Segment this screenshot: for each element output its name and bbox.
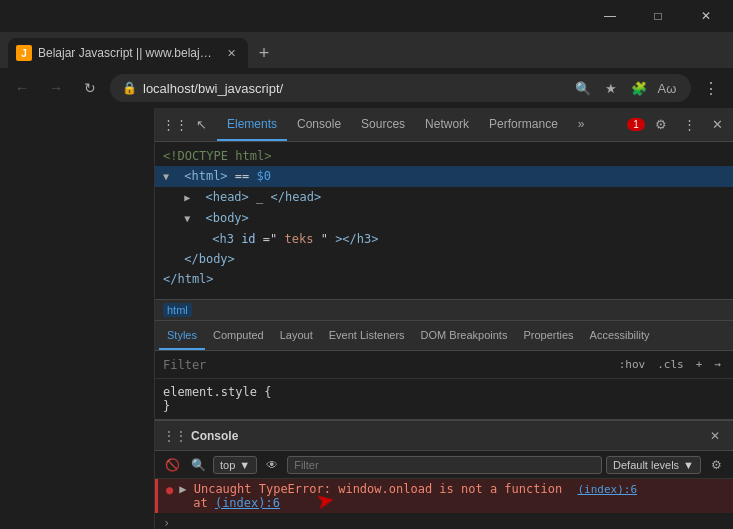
body-line[interactable]: ▼ <body>: [155, 208, 733, 229]
cls-button[interactable]: .cls: [653, 357, 688, 372]
prompt-arrow: ›: [163, 516, 170, 529]
close-html-line[interactable]: </html>: [155, 269, 733, 289]
devtools-header-right: 1 ⚙ ⋮ ✕: [627, 113, 733, 137]
url-bar[interactable]: 🔒 localhost/bwi_javascript/ 🔍 ★ 🧩 Aω: [110, 74, 691, 102]
url-actions: 🔍 ★ 🧩 Aω: [571, 76, 679, 100]
console-close-button[interactable]: ✕: [705, 426, 725, 446]
devtools-tabs: Elements Console Sources Network Perform…: [217, 108, 627, 141]
tab-performance[interactable]: Performance: [479, 108, 568, 141]
hov-button[interactable]: :hov: [615, 357, 650, 372]
console-level-select[interactable]: Default levels ▼: [606, 456, 701, 474]
console-title: Console: [191, 429, 701, 443]
page-content: [0, 108, 155, 529]
breadcrumb-html[interactable]: html: [163, 303, 192, 317]
devtools-close-icon[interactable]: ✕: [705, 113, 729, 137]
browser-menu-button[interactable]: ⋮: [697, 74, 725, 102]
extension-icon[interactable]: 🧩: [627, 76, 651, 100]
devtools-cursor-icon[interactable]: ↖: [189, 113, 213, 137]
close-body-line[interactable]: </body>: [155, 249, 733, 269]
error-sub-line: at (index):6: [193, 496, 637, 510]
error-content: ▶ Uncaught TypeError: window.onload is n…: [179, 482, 637, 510]
bookmark-icon[interactable]: ★: [599, 76, 623, 100]
devtools-header-left: ⋮⋮ ↖: [159, 113, 217, 137]
console-filter-icon[interactable]: 🔍: [187, 454, 209, 476]
add-style-button[interactable]: +: [692, 357, 707, 372]
error-badge: 1: [627, 118, 645, 131]
console-drag-icon[interactable]: ⋮⋮: [163, 429, 187, 443]
console-context-selector[interactable]: top ▼: [213, 456, 257, 474]
elements-dom-tree: <!DOCTYPE html> ▼ <html> == $0 ▶ <head> …: [155, 142, 733, 299]
back-button[interactable]: ←: [8, 74, 36, 102]
url-text: localhost/bwi_javascript/: [143, 81, 565, 96]
translate-icon[interactable]: Aω: [655, 76, 679, 100]
new-tab-button[interactable]: +: [248, 38, 280, 68]
devtools-more-icon[interactable]: ⋮: [677, 113, 701, 137]
title-bar-controls: — □ ✕: [587, 0, 729, 32]
css-line-2: }: [163, 399, 725, 413]
filter-bar: :hov .cls + →: [155, 351, 733, 379]
css-content: element.style { }: [155, 379, 733, 419]
devtools-header: ⋮⋮ ↖ Elements Console Sources Network Pe…: [155, 108, 733, 142]
favicon: J: [16, 45, 32, 61]
tab-elements[interactable]: Elements: [217, 108, 287, 141]
error-location-link[interactable]: (index):6: [577, 483, 637, 496]
tab-console[interactable]: Console: [287, 108, 351, 141]
title-bar: — □ ✕: [0, 0, 733, 32]
tab-dom-breakpoints[interactable]: DOM Breakpoints: [413, 321, 516, 350]
tab-computed[interactable]: Computed: [205, 321, 272, 350]
console-toolbar: 🚫 🔍 top ▼ 👁 Default levels ▼ ⚙: [155, 451, 733, 479]
console-filter-input[interactable]: [287, 456, 602, 474]
error-main-line: ▶ Uncaught TypeError: window.onload is n…: [179, 482, 637, 496]
console-header: ⋮⋮ Console ✕: [155, 421, 733, 451]
browser-tab[interactable]: J Belajar Javascript || www.belajarw... …: [8, 38, 248, 68]
console-messages: ● ▶ Uncaught TypeError: window.onload is…: [155, 479, 733, 529]
tab-bar: J Belajar Javascript || www.belajarw... …: [0, 32, 733, 68]
styles-filter-input[interactable]: [163, 358, 611, 372]
console-clear-button[interactable]: 🚫: [161, 454, 183, 476]
tab-close-button[interactable]: ✕: [222, 44, 240, 62]
tab-network[interactable]: Network: [415, 108, 479, 141]
tab-more[interactable]: »: [568, 108, 595, 141]
devtools-panel-icon[interactable]: ⋮⋮: [163, 113, 187, 137]
filter-actions: :hov .cls + →: [615, 357, 725, 372]
tab-accessibility[interactable]: Accessibility: [582, 321, 658, 350]
devtools-settings-icon[interactable]: ⚙: [649, 113, 673, 137]
doctype-text: <!DOCTYPE html>: [163, 149, 271, 163]
tab-event-listeners[interactable]: Event Listeners: [321, 321, 413, 350]
console-settings-icon[interactable]: ⚙: [705, 454, 727, 476]
forward-button[interactable]: →: [42, 74, 70, 102]
console-section: ⋮⋮ Console ✕ 🚫 🔍 top ▼ 👁 Default levels: [155, 419, 733, 529]
error-link[interactable]: (index):6: [215, 496, 280, 510]
minimize-button[interactable]: —: [587, 0, 633, 32]
refresh-button[interactable]: ↻: [76, 74, 104, 102]
head-line[interactable]: ▶ <head> _ </head>: [155, 187, 733, 208]
error-sub-text: at: [193, 496, 215, 510]
lock-icon: 🔒: [122, 81, 137, 95]
search-icon[interactable]: 🔍: [571, 76, 595, 100]
devtools-body: <!DOCTYPE html> ▼ <html> == $0 ▶ <head> …: [155, 142, 733, 529]
doctype-line: <!DOCTYPE html>: [155, 146, 733, 166]
tab-layout[interactable]: Layout: [272, 321, 321, 350]
main-area: ⋮⋮ ↖ Elements Console Sources Network Pe…: [0, 108, 733, 529]
devtools-panel: ⋮⋮ ↖ Elements Console Sources Network Pe…: [155, 108, 733, 529]
address-bar: ← → ↻ 🔒 localhost/bwi_javascript/ 🔍 ★ 🧩 …: [0, 68, 733, 108]
h3-line[interactable]: <h3 id =" teks " ></h3>: [155, 229, 733, 249]
html-line[interactable]: ▼ <html> == $0: [155, 166, 733, 187]
styles-tabs: Styles Computed Layout Event Listeners D…: [155, 321, 733, 351]
console-error-message: ● ▶ Uncaught TypeError: window.onload is…: [155, 479, 733, 513]
tab-properties[interactable]: Properties: [515, 321, 581, 350]
breadcrumb-bar: html: [155, 299, 733, 321]
maximize-button[interactable]: □: [635, 0, 681, 32]
expand-arrow: ▼: [163, 168, 177, 186]
close-button[interactable]: ✕: [683, 0, 729, 32]
error-icon: ●: [166, 483, 173, 497]
arrow-button[interactable]: →: [710, 357, 725, 372]
console-prompt: ›: [155, 513, 733, 529]
expand-error-arrow[interactable]: ▶: [179, 482, 186, 496]
tab-title: Belajar Javascript || www.belajarw...: [38, 46, 216, 60]
error-main-text: Uncaught TypeError: window.onload is not…: [194, 482, 562, 496]
tab-sources[interactable]: Sources: [351, 108, 415, 141]
tab-styles[interactable]: Styles: [159, 321, 205, 350]
error-location-right: (index):6: [577, 482, 637, 496]
console-eye-button[interactable]: 👁: [261, 454, 283, 476]
